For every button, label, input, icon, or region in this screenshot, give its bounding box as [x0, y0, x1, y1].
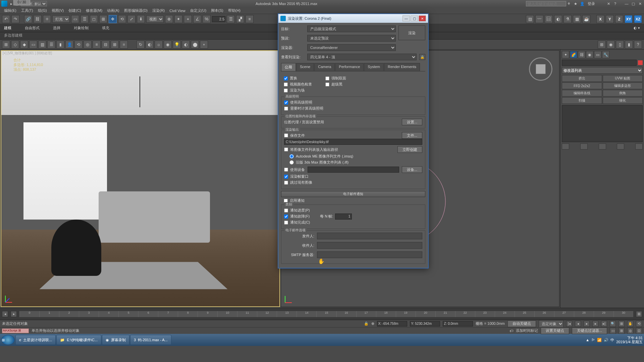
- menu-custom[interactable]: 自定义(U): [188, 7, 208, 14]
- coord-mode-icon[interactable]: ⊕: [371, 321, 374, 326]
- keyset-select[interactable]: 选定对象: [539, 320, 564, 327]
- nav-zoomall-icon[interactable]: ⊞: [619, 321, 625, 327]
- tb2-8[interactable]: 👤: [65, 41, 73, 49]
- menu-view[interactable]: 视图(V): [50, 7, 66, 14]
- menu-group[interactable]: 组(G): [36, 7, 49, 14]
- menu-modifiers[interactable]: 修改器(M): [84, 7, 105, 14]
- selection-filter[interactable]: 灯光: [52, 15, 70, 23]
- tb2-r4[interactable]: ▮: [625, 41, 633, 49]
- cmd-motion-icon[interactable]: ◉: [586, 51, 593, 58]
- coord-x[interactable]: [377, 321, 407, 326]
- lock-view-icon[interactable]: 🔒: [419, 54, 425, 60]
- timeline-start-icon[interactable]: ◂: [2, 311, 8, 317]
- tab-elements[interactable]: Render Elements: [384, 63, 420, 71]
- tb2-12[interactable]: ⊟: [102, 41, 110, 49]
- chk-savefile[interactable]: [284, 133, 288, 137]
- from-field[interactable]: [317, 233, 422, 239]
- object-name-field[interactable]: [562, 60, 637, 66]
- menu-tools[interactable]: 工具(T): [19, 7, 35, 14]
- tb2-4[interactable]: ▭: [29, 41, 37, 49]
- tb2-21[interactable]: ⬤: [191, 41, 199, 49]
- coord-y[interactable]: [410, 321, 440, 326]
- chk-atmo[interactable]: [284, 88, 288, 93]
- axis-xy[interactable]: XY: [625, 15, 633, 23]
- menu-animation[interactable]: 动画(A): [105, 7, 121, 14]
- maxscript-field[interactable]: [2, 328, 29, 333]
- chk-ndone[interactable]: [284, 221, 288, 225]
- mod-bevel[interactable]: 倒角: [603, 90, 643, 97]
- file-button[interactable]: 文件...: [402, 132, 422, 139]
- curve-button[interactable]: 〰: [535, 15, 543, 23]
- modifier-stack[interactable]: [562, 105, 643, 142]
- everyN-spinner[interactable]: [335, 214, 352, 220]
- named-sel-button[interactable]: ☰: [227, 15, 235, 23]
- nav-4-icon[interactable]: ⊡: [636, 328, 642, 334]
- nav-orbit-icon[interactable]: ⟲: [636, 321, 642, 327]
- dlg-close-icon[interactable]: ✕: [419, 15, 426, 21]
- tab-scene[interactable]: Scene: [296, 63, 314, 71]
- output-path[interactable]: [284, 139, 422, 145]
- login-link[interactable]: 登录: [586, 1, 596, 6]
- to-field[interactable]: [317, 242, 422, 249]
- undo-button[interactable]: ↶: [2, 15, 10, 23]
- tb2-11[interactable]: ≡: [93, 41, 101, 49]
- next-frame-icon[interactable]: ▸: [592, 321, 598, 327]
- window-cross-button[interactable]: ⊞: [99, 15, 107, 23]
- ribbon-populate[interactable]: 填充: [102, 25, 109, 31]
- restore-icon[interactable]: ▢: [631, 1, 636, 6]
- schematic-button[interactable]: ⿳: [545, 15, 553, 23]
- psnap-button[interactable]: %: [203, 15, 211, 23]
- tb2-2[interactable]: ◇: [11, 41, 19, 49]
- help-search[interactable]: [526, 1, 566, 6]
- setkey-button[interactable]: 设置关键点: [541, 327, 569, 334]
- axis-z[interactable]: Z: [615, 15, 623, 23]
- goto-end-icon[interactable]: ▸|: [601, 321, 607, 327]
- modifier-list[interactable]: 修改器列表: [562, 67, 643, 74]
- tray-flag-icon[interactable]: 🏳: [591, 338, 595, 342]
- ribbon-modeling[interactable]: 建模: [4, 25, 11, 31]
- tb2-10[interactable]: ◎: [84, 41, 92, 49]
- close-icon[interactable]: ✕: [637, 1, 643, 6]
- tb2-r5[interactable]: ?: [634, 41, 642, 49]
- viewto-select[interactable]: 四元菜单 4 - 顶: [307, 54, 417, 60]
- tb2-7[interactable]: ▮: [56, 41, 64, 49]
- tb2-5[interactable]: ▥: [38, 41, 46, 49]
- task-browser[interactable]: e土星设计培训联...: [15, 335, 56, 345]
- axis-xz[interactable]: XZ: [634, 15, 642, 23]
- cmd-display-icon[interactable]: ▭: [594, 51, 601, 58]
- tb2-20[interactable]: ◐: [182, 41, 190, 49]
- minimize-icon[interactable]: —: [624, 1, 629, 6]
- tb2-22[interactable]: ⚬: [200, 41, 208, 49]
- chk-calcadv[interactable]: [284, 107, 288, 111]
- pivot-button[interactable]: ⊕: [165, 15, 173, 23]
- chk-usedev[interactable]: [284, 168, 288, 172]
- viewport-camera[interactable]: [1, 50, 280, 307]
- menu-graph[interactable]: 图形编辑器(D): [122, 7, 150, 14]
- mod-refine[interactable]: 细化: [603, 97, 643, 104]
- nav-pan-icon[interactable]: ✋: [627, 321, 633, 327]
- star-icon[interactable]: ★: [573, 1, 578, 6]
- layer-button[interactable]: ▤: [526, 15, 534, 23]
- chk-force2[interactable]: [325, 76, 329, 80]
- timeconfig-icon[interactable]: ⊞: [636, 311, 642, 317]
- createnow-button[interactable]: 立即创建: [397, 146, 422, 153]
- nav-zoom-icon[interactable]: 🔍: [610, 321, 616, 327]
- mirror-button[interactable]: ▞: [236, 15, 244, 23]
- rendered-frame-button[interactable]: ▦: [573, 15, 581, 23]
- unlink-button[interactable]: ⛓: [34, 15, 42, 23]
- tb2-r2[interactable]: ◉: [607, 41, 615, 49]
- dlg-max-icon[interactable]: ▢: [411, 15, 418, 21]
- cmd-create-icon[interactable]: ✦: [562, 51, 569, 58]
- cmd-hierarchy-icon[interactable]: ⛓: [578, 51, 585, 58]
- help-icon[interactable]: ?: [612, 1, 618, 6]
- chk-nfail[interactable]: [284, 215, 288, 219]
- color-swatch[interactable]: [638, 60, 643, 65]
- task-recorder[interactable]: ◉屏幕录制: [102, 335, 129, 345]
- mod-uvw[interactable]: UVW 贴图: [603, 75, 643, 82]
- placement-button[interactable]: ⬇: [137, 15, 145, 23]
- ribbon-selection[interactable]: 选择: [53, 25, 60, 31]
- mod-editspline[interactable]: 编辑样条线: [562, 90, 602, 97]
- preset-select[interactable]: 未选定预设: [307, 35, 396, 42]
- mod-extrude[interactable]: 挤出: [562, 75, 602, 82]
- scale-button[interactable]: ⤢: [127, 15, 136, 23]
